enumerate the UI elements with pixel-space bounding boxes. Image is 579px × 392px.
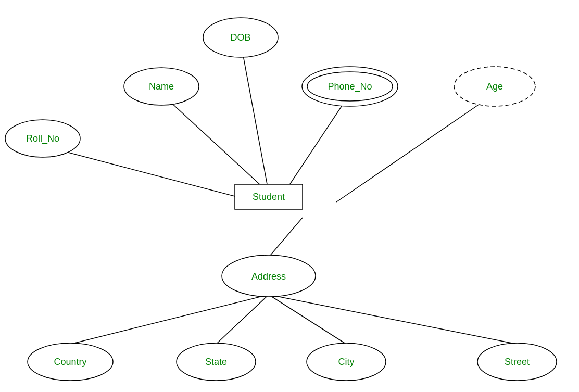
svg-line-2 — [284, 94, 350, 193]
dob-label: DOB — [230, 32, 250, 43]
svg-line-9 — [269, 295, 517, 344]
name-label: Name — [149, 81, 174, 92]
svg-line-1 — [161, 94, 269, 193]
country-label: Country — [54, 357, 86, 367]
student-label: Student — [253, 192, 285, 202]
svg-line-0 — [241, 42, 269, 193]
state-label: State — [205, 357, 227, 367]
phone-no-label: Phone_No — [328, 81, 372, 92]
svg-line-3 — [336, 94, 495, 202]
svg-line-6 — [70, 295, 269, 344]
age-label: Age — [486, 81, 503, 92]
roll-no-label: Roll_No — [26, 133, 59, 144]
address-label: Address — [251, 271, 286, 282]
svg-line-5 — [269, 218, 303, 257]
street-label: Street — [505, 357, 530, 367]
svg-line-7 — [216, 295, 269, 344]
city-label: City — [338, 357, 355, 367]
er-diagram: DOB Name Phone_No Age Roll_No Student Ad… — [0, 0, 579, 392]
